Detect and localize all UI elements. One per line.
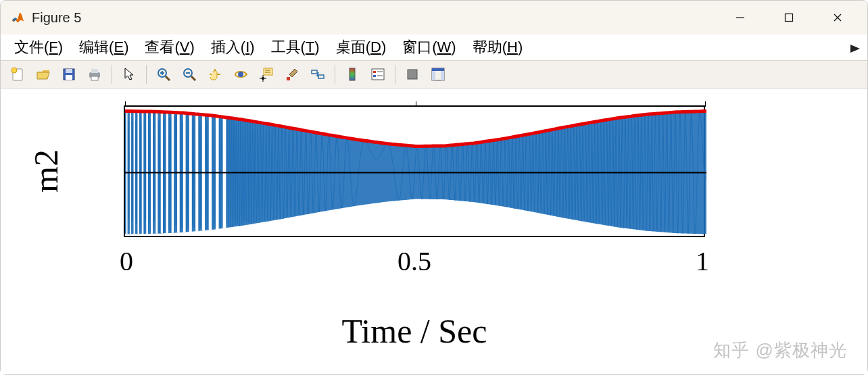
svg-rect-36 [408,70,417,79]
save-button[interactable] [57,63,80,86]
menu-label: 窗口 [402,39,432,55]
menu-accel: T [306,39,314,55]
menu-window[interactable]: 窗口(W) [394,36,464,59]
menu-label: 插入 [211,39,241,55]
pointer-button[interactable] [118,63,141,86]
svg-rect-11 [91,76,98,80]
menu-label: 查看 [145,39,174,55]
toolbar-separator [146,65,147,84]
toolbar-separator [335,65,335,84]
matlab-icon [10,10,25,25]
svg-rect-40 [441,71,444,80]
hide-plot-tools-button[interactable] [401,63,424,86]
menu-accel: F [49,39,57,55]
close-button[interactable] [813,1,862,34]
menubar: 文件(F) 编辑(E) 查看(V) 插入(I) 工具(T) 桌面(D) 窗口(W… [1,34,867,60]
toolbar-separator [112,65,112,84]
svg-rect-38 [432,68,444,71]
open-button[interactable] [32,63,55,86]
tick-mark [125,101,126,107]
pan-button[interactable] [203,63,226,86]
menu-label: 工具 [271,39,301,55]
menu-edit[interactable]: 编辑(E) [71,36,137,59]
zoom-out-button[interactable] [178,63,201,86]
svg-rect-27 [287,77,290,80]
insert-legend-button[interactable] [366,63,389,86]
x-tick-label: 0.5 [397,245,431,277]
menu-tools[interactable]: 工具(T) [263,36,328,59]
menu-accel: I [245,39,249,55]
watermark: 知乎 @紫极神光 [713,339,847,362]
menu-accel: D [370,39,381,55]
menu-label: 编辑 [79,39,109,55]
menu-label: 文件 [14,39,44,55]
minimize-button[interactable] [716,1,765,34]
menu-accel: H [507,39,518,55]
maximize-button[interactable] [765,1,813,34]
svg-rect-1 [786,14,793,22]
menu-accel: W [437,39,452,55]
x-tick-label: 0 [120,245,133,277]
svg-rect-29 [318,75,324,78]
menu-desktop[interactable]: 桌面(D) [328,36,395,59]
zoom-in-button[interactable] [152,63,175,86]
plot-svg [125,107,706,239]
x-axis-label: Time / Sec [342,311,487,351]
axes[interactable] [124,105,705,237]
menu-insert[interactable]: 插入(I) [203,36,263,59]
titlebar: Figure 5 [1,1,867,34]
menu-label: 帮助 [473,39,502,55]
svg-point-5 [11,68,17,73]
print-button[interactable] [83,63,106,86]
svg-rect-39 [432,71,435,80]
figure-window: Figure 5 文件(F) 编辑(E) 查看(V) 插入(I) 工具(T) 桌… [0,0,868,375]
svg-rect-10 [91,69,98,73]
rotate-3d-button[interactable] [229,63,252,86]
menu-accel: V [180,39,190,55]
menu-help[interactable]: 帮助(H) [464,36,531,59]
svg-rect-31 [372,69,384,80]
y-axis-label: m2 [26,149,66,193]
svg-rect-7 [66,69,72,73]
svg-rect-33 [373,75,376,77]
x-tick-label: 1 [696,245,709,277]
svg-point-20 [238,72,243,77]
menu-file[interactable]: 文件(F) [6,36,71,59]
svg-line-13 [166,76,170,80]
figure-canvas[interactable]: m2 1 0 -1 0 0.5 1 Time / Sec 知乎 @紫极神光 [1,89,867,374]
dock-arrow-icon[interactable] [850,40,861,57]
svg-line-17 [191,76,195,80]
menu-view[interactable]: 查看(V) [137,36,202,59]
show-plot-tools-button[interactable] [427,63,450,86]
tick-mark [416,101,416,107]
menu-label: 桌面 [336,39,366,55]
data-cursor-button[interactable] [255,63,278,86]
window-title: Figure 5 [32,10,81,26]
svg-rect-8 [66,75,72,80]
toolbar [1,60,867,89]
svg-rect-21 [264,68,272,75]
link-button[interactable] [306,63,329,86]
svg-rect-32 [373,71,376,73]
new-figure-button[interactable] [6,63,29,86]
menu-accel: E [114,39,124,55]
insert-colorbar-button[interactable] [341,63,364,86]
brush-button[interactable] [281,63,304,86]
tick-mark [705,101,706,107]
svg-rect-28 [312,70,317,74]
svg-rect-30 [349,68,355,80]
toolbar-separator [395,65,395,84]
